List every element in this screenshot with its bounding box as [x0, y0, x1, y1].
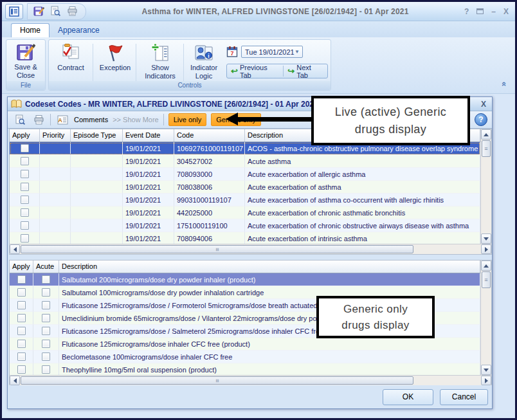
apply-checkbox[interactable]	[17, 352, 26, 361]
apply-checkbox[interactable]	[17, 275, 26, 284]
tab-home[interactable]: Home	[11, 23, 50, 37]
event-date-cell: 19/01/2021	[123, 232, 174, 244]
episode-type-cell	[71, 219, 123, 232]
column-header-acute[interactable]: Acute	[33, 260, 59, 273]
save-close-button[interactable]: Save & Close	[10, 42, 42, 80]
column-header-event-date[interactable]: Event Date	[123, 129, 174, 142]
scrollbar-thumb[interactable]: ≡	[482, 271, 491, 288]
priority-cell	[40, 168, 71, 181]
book-icon	[11, 99, 22, 109]
cancel-button[interactable]: Cancel	[440, 389, 488, 405]
acute-checkbox-cell	[33, 363, 59, 375]
app-menu-button[interactable]	[5, 4, 23, 19]
scroll-up-button[interactable]	[481, 260, 491, 271]
column-header-description[interactable]: Description	[59, 260, 480, 273]
contract-button[interactable]: Contract	[52, 43, 89, 72]
svg-text:7: 7	[230, 50, 233, 57]
codes-table-row[interactable]: 19/01/2021708038006Acute exacerbation of…	[10, 181, 480, 194]
window-restore-button[interactable]	[476, 8, 484, 14]
column-header-apply[interactable]: Apply	[10, 129, 40, 142]
window-help-button[interactable]: ?	[464, 7, 469, 16]
acute-checkbox[interactable]	[42, 352, 50, 361]
apply-checkbox[interactable]	[21, 183, 29, 191]
arrow-up-icon	[484, 264, 489, 268]
drugs-table-row[interactable]: Fluticasone 125micrograms/dose inhaler C…	[10, 338, 480, 351]
acute-checkbox[interactable]	[42, 301, 50, 309]
ribbon-collapse-button[interactable]: «	[500, 82, 509, 85]
indicator-logic-button[interactable]: i Indicator Logic	[185, 43, 222, 80]
codes-table-row[interactable]: 19/01/2021708094006Acute exacerbation of…	[10, 232, 480, 244]
drugs-table-row[interactable]: Salbutamol 200micrograms/dose dry powder…	[10, 273, 480, 286]
apply-checkbox[interactable]	[21, 170, 29, 178]
codes-table: Apply Priority Episode Type Event Date C…	[9, 129, 492, 255]
acute-checkbox[interactable]	[42, 314, 50, 322]
comments-label[interactable]: Comments	[74, 116, 108, 123]
window-minimize-button[interactable]: –	[491, 7, 496, 16]
date-picker-value: Tue 19/01/2021	[245, 48, 295, 56]
ok-button[interactable]: OK	[383, 389, 433, 405]
drugs-table-row[interactable]: Beclometasone 100micrograms/dose inhaler…	[10, 351, 480, 363]
column-header-priority[interactable]: Priority	[40, 129, 71, 142]
codes-vertical-scrollbar[interactable]: ≡	[480, 129, 491, 244]
codes-table-row[interactable]: 19/01/202199031000119107Acute exacerbati…	[10, 194, 480, 206]
codes-horizontal-scrollbar[interactable]: ≡	[10, 244, 491, 254]
apply-checkbox[interactable]	[21, 144, 29, 152]
acute-checkbox[interactable]	[42, 275, 50, 284]
codes-table-row[interactable]: 19/01/2021442025000Acute exacerbation of…	[10, 206, 480, 219]
ribbon-separator	[93, 44, 93, 81]
apply-checkbox[interactable]	[17, 340, 26, 348]
apply-checkbox[interactable]	[21, 234, 29, 242]
scroll-left-button[interactable]	[10, 244, 20, 254]
quick-access-toolbar	[27, 3, 86, 20]
acute-checkbox[interactable]	[42, 365, 50, 374]
apply-checkbox[interactable]	[21, 196, 29, 204]
show-more-button[interactable]: >> Show More	[113, 116, 159, 123]
scroll-up-button[interactable]	[481, 129, 491, 140]
apply-checkbox[interactable]	[21, 157, 29, 165]
next-tab-button[interactable]: ↪ Next Tab	[284, 64, 327, 78]
scrollbar-thumb[interactable]: ≡	[21, 245, 413, 253]
column-header-apply[interactable]: Apply	[10, 260, 33, 273]
apply-checkbox[interactable]	[21, 221, 29, 230]
apply-checkbox[interactable]	[21, 208, 29, 217]
scrollbar-thumb[interactable]: ≡	[482, 140, 491, 157]
drugs-vertical-scrollbar[interactable]: ≡	[480, 260, 491, 375]
exception-button[interactable]: Exception	[96, 43, 134, 72]
apply-checkbox[interactable]	[17, 365, 26, 374]
apply-checkbox[interactable]	[17, 327, 26, 335]
column-header-episode-type[interactable]: Episode Type	[71, 129, 123, 142]
toolbar-separator	[50, 114, 51, 125]
scroll-down-button[interactable]	[481, 233, 491, 244]
print-button[interactable]	[65, 5, 79, 18]
comments-button[interactable]: A	[55, 113, 69, 126]
dialog-print-preview-button[interactable]	[13, 113, 27, 126]
acute-checkbox[interactable]	[42, 340, 50, 348]
scroll-left-button[interactable]	[10, 376, 20, 385]
scroll-right-button[interactable]	[481, 244, 491, 254]
dialog-print-button[interactable]	[32, 113, 46, 126]
scrollbar-thumb[interactable]: ≡	[21, 376, 413, 385]
dialog-help-button[interactable]: ?	[475, 113, 487, 126]
print-preview-button[interactable]	[48, 5, 62, 18]
column-header-code[interactable]: Code	[174, 129, 245, 142]
codes-table-row[interactable]: 19/01/2021708093000Acute exacerbation of…	[10, 168, 480, 181]
apply-checkbox[interactable]	[17, 288, 26, 297]
dialog-close-button[interactable]: X	[481, 100, 486, 109]
show-indicators-button[interactable]: Show Indicators	[139, 43, 181, 80]
codes-table-row[interactable]: 19/01/2021304527002Acute asthma	[10, 155, 480, 168]
acute-checkbox[interactable]	[42, 288, 50, 297]
scroll-down-button[interactable]	[481, 365, 491, 375]
drugs-horizontal-scrollbar[interactable]: ≡	[10, 375, 491, 385]
scroll-right-button[interactable]	[481, 376, 491, 385]
previous-tab-button[interactable]: ↩ Previous Tab	[227, 64, 283, 78]
drugs-table-row[interactable]: Theophylline 10mg/5ml oral suspension (p…	[10, 363, 480, 375]
codes-table-row[interactable]: 19/01/20211751000119100Acute exacerbatio…	[10, 219, 480, 232]
date-picker-combo[interactable]: Tue 19/01/2021 ▼	[241, 46, 303, 58]
acute-checkbox[interactable]	[42, 327, 50, 335]
apply-checkbox[interactable]	[17, 301, 26, 309]
tab-appearance[interactable]: Appearance	[50, 24, 108, 37]
window-close-button[interactable]: X	[503, 7, 509, 16]
live-only-button[interactable]: Live only	[168, 113, 206, 126]
save-button[interactable]	[32, 5, 46, 18]
apply-checkbox[interactable]	[17, 314, 26, 322]
